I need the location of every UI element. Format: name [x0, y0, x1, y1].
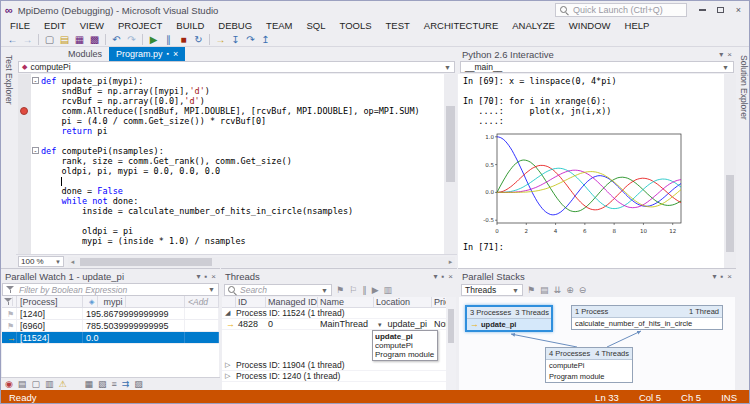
pin-icon[interactable]: ▪ [204, 272, 207, 281]
code-line[interactable]: return pi [18, 126, 444, 136]
code-line[interactable]: comm.Allreduce([sndBuf, MPI.DOUBLE], [rc… [18, 106, 444, 116]
save-icon[interactable]: ▦ [72, 33, 87, 46]
menu-team[interactable]: TEAM [259, 19, 299, 32]
freeze-thread-icon[interactable]: ∥ [362, 284, 367, 296]
scrollbar-thumb[interactable] [446, 106, 455, 182]
chevron-down-icon[interactable]: ▼ [208, 286, 215, 293]
interactive-header[interactable]: Python 2.6 Interactive ▾ × [458, 47, 736, 61]
stop-debugging-icon[interactable]: ■ [176, 33, 191, 46]
breakpoint-gutter[interactable] [18, 206, 31, 216]
auto-scroll-to-current-icon[interactable]: ⇊ [554, 284, 562, 296]
scrollbar-thumb[interactable] [448, 309, 454, 343]
scope-dropdown[interactable]: __main__ ▼ [460, 61, 734, 73]
pin-icon[interactable]: ▪ [441, 272, 444, 281]
sidebar-tab-test-explorer[interactable]: Test Explorer [4, 55, 14, 105]
immediate-window-icon[interactable]: ▢ [31, 378, 40, 391]
method-view-icon[interactable]: ▤ [540, 284, 549, 296]
menu-architecture[interactable]: ARCHITECTURE [417, 19, 505, 32]
menu-project[interactable]: PROJECT [111, 19, 169, 32]
close-button[interactable]: × [731, 3, 746, 16]
threads-column-header[interactable]: Location [374, 297, 432, 307]
chevron-down-icon[interactable]: ▾ [712, 272, 716, 281]
breakpoint-gutter[interactable] [18, 226, 31, 236]
close-icon[interactable]: × [727, 272, 732, 281]
stack-frame[interactable]: Program module [546, 371, 632, 382]
code-line[interactable]: mypi = (inside * 1.0) / nsamples [18, 236, 444, 246]
stack-frame[interactable]: calculate_number_of_hits_in_circle [572, 318, 722, 329]
threads-vertical-scrollbar[interactable] [446, 297, 456, 390]
code-line[interactable]: oldpi = pi [18, 226, 444, 236]
breakpoint-gutter[interactable] [18, 126, 31, 136]
stack-frame[interactable]: update_pi [375, 332, 435, 341]
add-watch-column-header[interactable]: <Add [185, 296, 219, 307]
zoom-in-icon[interactable]: ⊕ [566, 284, 574, 296]
flag-icon[interactable]: ⚑ [4, 310, 17, 319]
collapse-icon[interactable]: ◢ [225, 309, 233, 317]
nav-function-dropdown[interactable]: computePi [30, 62, 70, 72]
stack-frame[interactable]: computePi [546, 360, 632, 371]
threads-column-header[interactable]: Name [318, 297, 374, 307]
step-into-icon[interactable]: ↧ [228, 33, 243, 46]
code-line[interactable]: -def update_pi(mypi): [18, 76, 444, 86]
undo-icon[interactable]: ↶ [109, 33, 124, 46]
stack-frame[interactable]: computePi [375, 341, 435, 350]
code-line[interactable]: inside = calculate_number_of_hits_in_cir… [18, 206, 444, 216]
maximize-button[interactable] [713, 3, 728, 16]
repl-prompt[interactable]: In [71]: [463, 242, 724, 252]
watch-process-cell[interactable]: [1240] [17, 308, 83, 319]
thread-group-row[interactable]: ▷Process ID: 1240 (1 thread) [222, 371, 456, 382]
thread-row[interactable]: →48280MainThread▾ update_piNormal [222, 319, 456, 330]
breakpoint-gutter[interactable] [18, 136, 31, 146]
chevron-down-icon[interactable]: ▼ [444, 64, 451, 71]
watch-filter-input[interactable]: Filter by Boolean Expression ▼ [2, 283, 219, 296]
code-line[interactable]: oldpi, pi, mypi = 0.0, 0.0, 0.0 [18, 166, 444, 176]
scrollbar-thumb[interactable] [726, 175, 734, 253]
autos-window-icon[interactable]: ▧ [98, 378, 107, 391]
thaw-thread-icon[interactable]: ▶ [372, 284, 379, 296]
scroll-left-icon[interactable]: ◂ [68, 258, 77, 266]
threads-column-header[interactable]: Managed ID [266, 297, 318, 307]
show-only-flagged-icon[interactable]: ⚑ [527, 284, 535, 296]
menu-tools[interactable]: TOOLS [333, 19, 379, 32]
expand-icon[interactable]: ▷ [225, 361, 233, 369]
close-icon[interactable]: × [448, 272, 453, 281]
quick-launch-input[interactable]: Quick Launch (Ctrl+Q) [555, 3, 687, 17]
watch-row[interactable]: ⚑[1240]195.8679999999999 [2, 308, 219, 320]
watch-row[interactable]: ⚑[6960]785.5039999999995 [2, 320, 219, 332]
menu-file[interactable]: FILE [3, 19, 37, 32]
fold-collapse-icon[interactable]: - [32, 147, 39, 154]
expression-column-header[interactable]: ◈mypi [83, 296, 185, 307]
call-stack-window-icon[interactable]: ≡ [112, 378, 117, 391]
stack-frame-box[interactable]: 4 Processes4 ThreadscomputePiProgram mod… [545, 347, 633, 383]
break-all-icon[interactable]: ∥ [161, 33, 176, 46]
threads-column-header[interactable]: ID [236, 297, 266, 307]
threads-header[interactable]: Threads ▾ ▪ × [221, 269, 457, 283]
close-icon[interactable]: × [173, 50, 178, 59]
breakpoint-gutter[interactable] [18, 76, 31, 86]
thread-group-row[interactable]: ▷Process ID: 11904 (1 thread) [222, 360, 456, 371]
fold-collapse-icon[interactable]: - [32, 77, 39, 84]
editor-vertical-scrollbar[interactable] [444, 74, 457, 254]
close-icon[interactable]: × [211, 272, 216, 281]
stack-frame-box[interactable]: 1 Process1 Threadcalculate_number_of_hit… [571, 305, 723, 330]
nav-forward-icon[interactable]: → [20, 33, 35, 46]
menu-analyze[interactable]: ANALYZE [505, 19, 562, 32]
new-file-icon[interactable]: ▢ [42, 33, 57, 46]
minimize-button[interactable] [695, 3, 710, 16]
flag-column-header[interactable] [2, 296, 17, 307]
menu-sql[interactable]: SQL [300, 19, 333, 32]
menu-edit[interactable]: EDIT [37, 19, 73, 32]
breakpoint-gutter[interactable] [18, 176, 31, 186]
breakpoint-gutter[interactable] [18, 156, 31, 166]
tab-program-py[interactable]: Program.py ▪ × [109, 47, 185, 61]
sidebar-tab-solution-explorer[interactable]: Solution Explorer [739, 55, 749, 120]
breakpoint-gutter[interactable] [18, 196, 31, 206]
expand-icon[interactable]: ▷ [225, 372, 233, 380]
chevron-down-icon[interactable]: ▼ [321, 287, 328, 294]
threads-grid-header[interactable]: IDManaged IDNameLocationPrio [222, 297, 456, 308]
interactive-vertical-scrollbar[interactable] [724, 74, 736, 268]
watch-grid-header[interactable]: [Process] ◈mypi <Add [2, 296, 219, 308]
breakpoint-gutter[interactable] [18, 236, 31, 246]
stacks-view-dropdown[interactable]: Threads ▼ [461, 284, 523, 296]
show-flagged-only-icon[interactable]: ⚐ [349, 284, 357, 296]
